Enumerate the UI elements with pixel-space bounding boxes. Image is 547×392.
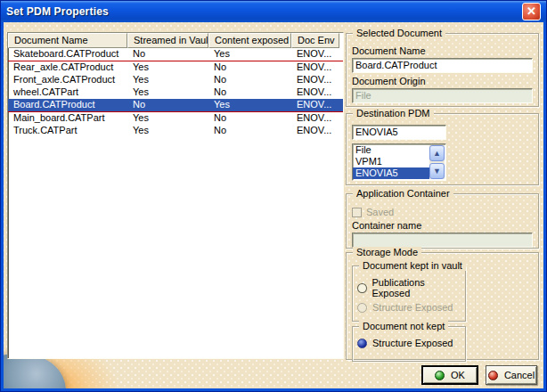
- table-row[interactable]: Skateboard.CATProduct No Yes ENOV...: [8, 48, 343, 61]
- ok-sphere-icon: [435, 371, 445, 380]
- cell-exposed: No: [208, 61, 291, 74]
- cell-streamed: Yes: [127, 112, 208, 125]
- cell-streamed: Yes: [127, 61, 208, 74]
- destination-pdm-list: File VPM1 ENOVIA5 ▲ ▼: [352, 143, 446, 181]
- ok-button[interactable]: OK: [421, 365, 478, 385]
- cell-document-name: Rear_axle.CATProduct: [8, 61, 127, 74]
- structure-exposed-selected-radio-row[interactable]: Structure Exposed: [357, 338, 461, 348]
- cell-exposed: No: [208, 86, 291, 99]
- list-item-file[interactable]: File: [353, 144, 429, 156]
- column-header-streamed-in-vault[interactable]: Streamed in Vault: [127, 33, 208, 48]
- cell-document-name: Main_board.CATPart: [8, 112, 127, 125]
- table-row[interactable]: wheel.CATPart Yes No ENOV...: [8, 86, 343, 99]
- structure-exposed-selected-radio[interactable]: [357, 339, 367, 348]
- group-label: Storage Mode: [353, 247, 421, 257]
- subgroup-label: Document not kept: [359, 321, 448, 331]
- table-row[interactable]: Truck.CATPart Yes No ENOV...: [8, 125, 343, 137]
- cancel-button-label: Cancel: [504, 370, 535, 380]
- cancel-button[interactable]: Cancel: [486, 365, 537, 385]
- document-not-kept-group: Document not kept Structure Exposed: [352, 326, 466, 362]
- publications-exposed-radio[interactable]: [357, 283, 367, 293]
- cell-exposed: Yes: [208, 99, 291, 111]
- table-row[interactable]: Main_board.CATPart Yes No ENOV...: [8, 112, 343, 125]
- saved-checkbox-row: Saved: [352, 207, 533, 217]
- cell-env: ENOV...: [291, 61, 339, 74]
- document-name-field[interactable]: Board.CATProduct: [352, 58, 533, 73]
- list-item-enovia5-selected[interactable]: ENOVIA5: [353, 167, 429, 179]
- scroll-up-icon[interactable]: ▲: [429, 145, 445, 161]
- cell-env: ENOV...: [291, 99, 339, 111]
- application-container-group: Application Container Saved Container na…: [346, 193, 539, 249]
- destination-pdm-group: Destination PDM ENOVIA5 File VPM1 ENOVIA…: [346, 113, 539, 185]
- structure-exposed-selected-label: Structure Exposed: [372, 338, 453, 348]
- column-header-content-exposed[interactable]: Content exposed: [208, 33, 291, 48]
- group-label: Selected Document: [353, 28, 445, 38]
- document-origin-label: Document Origin: [352, 76, 533, 86]
- cell-streamed: No: [127, 99, 208, 111]
- document-name-label: Document Name: [352, 45, 533, 56]
- table-row-selected[interactable]: Board.CATProduct No Yes ENOV...: [8, 99, 343, 112]
- cell-exposed: No: [208, 125, 291, 137]
- list-item-vpm1[interactable]: VPM1: [353, 156, 429, 167]
- cell-streamed: No: [127, 48, 208, 61]
- cell-env: ENOV...: [291, 74, 339, 86]
- cell-env: ENOV...: [291, 48, 339, 61]
- ok-button-label: OK: [451, 370, 465, 380]
- destination-pdm-field[interactable]: ENOVIA5: [352, 125, 446, 140]
- publications-exposed-label: Publications Exposed: [372, 277, 461, 298]
- cell-streamed: Yes: [127, 125, 208, 137]
- cell-streamed: Yes: [127, 74, 208, 86]
- group-label: Application Container: [353, 188, 453, 199]
- container-name-field: [352, 233, 533, 248]
- subgroup-label: Document kept in vault: [359, 260, 466, 271]
- document-table: Document Name Streamed in Vault Content …: [7, 32, 344, 359]
- structure-exposed-disabled-label: Structure Exposed: [372, 302, 453, 313]
- cell-exposed: Yes: [208, 48, 291, 61]
- saved-checkbox: [352, 208, 362, 217]
- dialog-body: Document Name Streamed in Vault Content …: [4, 22, 543, 388]
- column-header-document-name[interactable]: Document Name: [8, 33, 127, 48]
- column-header-doc-env[interactable]: Doc Env: [291, 33, 339, 48]
- cell-exposed: No: [208, 112, 291, 125]
- structure-exposed-disabled-radio-row: Structure Exposed: [357, 302, 461, 313]
- titlebar: Set PDM Properties ✕: [1, 1, 546, 22]
- cell-document-name: Truck.CATPart: [8, 125, 127, 137]
- list-scrollbar[interactable]: ▲ ▼: [429, 145, 445, 179]
- saved-checkbox-label: Saved: [366, 207, 394, 217]
- cell-document-name: Skateboard.CATProduct: [8, 48, 127, 61]
- structure-exposed-disabled-radio: [357, 303, 367, 313]
- table-row[interactable]: Rear_axle.CATProduct Yes No ENOV...: [8, 61, 343, 74]
- cell-env: ENOV...: [291, 86, 339, 99]
- cell-env: ENOV...: [291, 112, 339, 125]
- cell-document-name: Front_axle.CATProduct: [8, 74, 127, 86]
- document-origin-field: File: [352, 88, 533, 103]
- cell-env: ENOV...: [291, 125, 339, 137]
- scroll-down-icon[interactable]: ▼: [429, 163, 445, 179]
- document-kept-in-vault-group: Document kept in vault Publications Expo…: [352, 265, 466, 322]
- cell-document-name: wheel.CATPart: [8, 86, 127, 99]
- cell-exposed: No: [208, 74, 291, 86]
- publications-exposed-radio-row[interactable]: Publications Exposed: [357, 277, 461, 298]
- group-label: Destination PDM: [353, 108, 434, 118]
- table-header-row: Document Name Streamed in Vault Content …: [8, 33, 343, 48]
- set-pdm-properties-dialog: Set PDM Properties ✕ Document Name Strea…: [0, 0, 547, 392]
- cell-document-name: Board.CATProduct: [8, 99, 127, 111]
- storage-mode-group: Storage Mode Document kept in vault Publ…: [346, 252, 539, 360]
- selected-document-group: Selected Document Document Name Board.CA…: [346, 33, 539, 107]
- close-icon[interactable]: ✕: [522, 3, 541, 20]
- cancel-sphere-icon: [488, 371, 498, 380]
- cell-streamed: Yes: [127, 86, 208, 99]
- window-title: Set PDM Properties: [6, 5, 522, 18]
- table-row[interactable]: Front_axle.CATProduct Yes No ENOV...: [8, 74, 343, 86]
- container-name-label: Container name: [352, 220, 533, 231]
